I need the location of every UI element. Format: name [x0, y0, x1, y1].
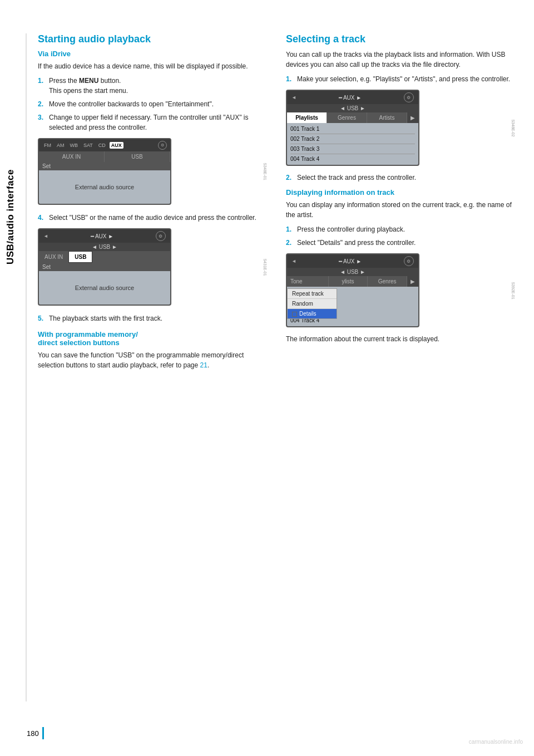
btn-fm: FM	[42, 142, 53, 149]
header-aux-label-4: ━ AUX ►	[339, 258, 362, 264]
screen3-id: S348E-02	[511, 119, 515, 136]
tab-genres-4: Genres	[368, 276, 407, 287]
steps-list-1: 1. Press the MENU button.This opens the …	[38, 76, 264, 132]
right-intro: You can call up the tracks via the playb…	[286, 50, 512, 70]
step-4: 4. Select "USB" or the name of the audio…	[38, 213, 264, 223]
tab-usb-1: USB	[105, 151, 170, 162]
track-2: 002 Track 2	[290, 134, 415, 144]
screen2-subheader: ◄ USB ►	[39, 243, 170, 251]
step-2: 2. Move the controller backwards to open…	[38, 99, 264, 109]
settings-icon-3: ⚙	[404, 92, 414, 102]
screen4-header: ◄ ━ AUX ► ⚙	[287, 254, 418, 268]
menu-item-random: Random	[288, 299, 337, 309]
displaying-steps: 1. Press the controller during playback.…	[286, 224, 512, 248]
btn-sat: SAT	[82, 142, 95, 149]
displaying-subtitle: Displaying information on track	[286, 188, 512, 197]
menu-item-details: Details	[288, 309, 337, 318]
main-content: Starting audio playback Via iDrive If th…	[27, 0, 534, 397]
tab-aux-in-2: AUX IN	[39, 252, 68, 262]
screen2-body-text: External audio source	[75, 284, 134, 291]
step-1-num: 1.	[38, 76, 46, 96]
screen1-tabs: AUX IN USB	[39, 151, 170, 162]
menu-item-repeat: Repeat track	[288, 289, 337, 299]
car-screen-4: ◄ ━ AUX ► ⚙ ◄ USB ► Tone ylists Genres ▶…	[286, 253, 419, 327]
screen3-header: ◄ ━ AUX ► ⚙	[287, 91, 418, 104]
steps-list-3: 5. The playback starts with the first tr…	[38, 313, 264, 323]
step-2-text: Move the controller backwards to open "E…	[49, 99, 264, 109]
header-aux-label-2: ━ AUX ►	[91, 233, 113, 239]
left-column: Starting audio playback Via iDrive If th…	[38, 33, 264, 375]
step-3-text: Change to upper field if necessary. Turn…	[49, 112, 264, 132]
step-5-num: 5.	[38, 313, 46, 323]
screen1-id: S348E-01	[263, 163, 267, 180]
tab-ylists: ylists	[329, 276, 368, 287]
track-4: 004 Track 4	[290, 154, 415, 164]
step-4-num: 4.	[38, 213, 46, 223]
right-section-title: Selecting a track	[286, 33, 512, 45]
screen3-tabs: Playlists Genres Artists ▶	[287, 112, 418, 123]
right-step-2: 2. Select the track and press the contro…	[286, 173, 512, 183]
left-arrow-4: ◄	[291, 258, 296, 264]
screen1-container: FM AM WB SAT CD AUX ⚙ AUX IN USB Set E	[38, 138, 264, 205]
screen3-container: ◄ ━ AUX ► ⚙ ◄ USB ► Playlists Genres Art…	[286, 90, 512, 166]
track-1: 001 Track 1	[290, 124, 415, 134]
right-step-1-num: 1.	[286, 74, 294, 84]
sidebar-tab: USB/audio interface	[0, 100, 21, 334]
right-steps-1: 1. Make your selection, e.g. "Playlists"…	[286, 74, 512, 84]
right-step-1: 1. Make your selection, e.g. "Playlists"…	[286, 74, 512, 84]
screen4-subheader: ◄ USB ►	[287, 268, 418, 276]
sidebar-divider	[26, 33, 27, 701]
sidebar-label: USB/audio interface	[5, 169, 16, 264]
context-menu: Repeat track Random Details	[287, 288, 337, 319]
details-checkbox	[292, 312, 297, 317]
step-5: 5. The playback starts with the first tr…	[38, 313, 264, 323]
set-label-2: Set	[39, 263, 170, 271]
btn-wb: WB	[68, 142, 80, 149]
media-bar-1: FM AM WB SAT CD AUX ⚙	[39, 139, 170, 151]
left-section-title: Starting audio playback	[38, 33, 264, 45]
car-screen-2: ◄ ━ AUX ► ⚙ ◄ USB ► AUX IN USB Set Exter…	[38, 228, 171, 306]
track-list-3: 001 Track 1 002 Track 2 003 Track 3 004 …	[287, 123, 418, 165]
screen4-topbar: Tone ylists Genres ▶ Repeat track Random…	[287, 276, 418, 287]
screen1-body: External audio source	[39, 170, 170, 204]
right-column: Selecting a track You can call up the tr…	[286, 33, 512, 375]
disp-step-2-text: Select "Details" and press the controlle…	[297, 238, 512, 248]
disp-step-2: 2. Select "Details" and press the contro…	[286, 238, 512, 248]
disp-step-1: 1. Press the controller during playback.	[286, 224, 512, 234]
step-1: 1. Press the MENU button.This opens the …	[38, 76, 264, 96]
page-number-area: 180	[27, 727, 44, 739]
page-bar	[42, 727, 44, 739]
left-arrow-2: ◄	[43, 233, 48, 239]
tab-usb-2: USB	[68, 251, 92, 263]
step-4-text: Select "USB" or the name of the audio de…	[49, 213, 264, 223]
btn-aux-active: AUX	[110, 142, 123, 149]
tab-tone: Tone	[287, 276, 329, 287]
page-link-21[interactable]: 21	[200, 361, 207, 369]
btn-am: AM	[55, 142, 66, 149]
right-steps-2: 2. Select the track and press the contro…	[286, 173, 512, 183]
screen4-id: S392E-01	[511, 282, 515, 299]
screen3-subheader: ◄ USB ►	[287, 104, 418, 112]
via-idrive-subtitle: Via iDrive	[38, 50, 264, 58]
conclusion-text: The information about the current track …	[286, 334, 512, 344]
screen2-body: External audio source	[39, 271, 170, 305]
step-1-text: Press the MENU button.This opens the sta…	[49, 76, 264, 96]
tab-arrow-3: ▶	[407, 112, 418, 123]
media-settings-icon: ⚙	[158, 141, 167, 150]
settings-icon-4: ⚙	[404, 256, 414, 266]
page-num: 180	[27, 729, 39, 738]
with-programmable-body: You can save the function "USB" on the p…	[38, 350, 264, 370]
right-step-1-text: Make your selection, e.g. "Playlists" or…	[297, 74, 512, 84]
screen1-body-text: External audio source	[75, 184, 134, 190]
header-aux-label-3: ━ AUX ►	[339, 95, 362, 101]
screen2-container: ◄ ━ AUX ► ⚙ ◄ USB ► AUX IN USB Set Exter…	[38, 228, 264, 306]
settings-icon-2: ⚙	[156, 231, 166, 241]
disp-step-2-num: 2.	[286, 238, 294, 248]
screen2-header: ◄ ━ AUX ► ⚙	[39, 229, 170, 243]
tab-playlists: Playlists	[287, 112, 327, 123]
step-3-num: 3.	[38, 112, 46, 132]
car-screen-3: ◄ ━ AUX ► ⚙ ◄ USB ► Playlists Genres Art…	[286, 90, 419, 166]
step-5-text: The playback starts with the first track…	[49, 313, 264, 323]
disp-step-1-num: 1.	[286, 224, 294, 234]
car-screen-1: FM AM WB SAT CD AUX ⚙ AUX IN USB Set E	[38, 138, 171, 205]
